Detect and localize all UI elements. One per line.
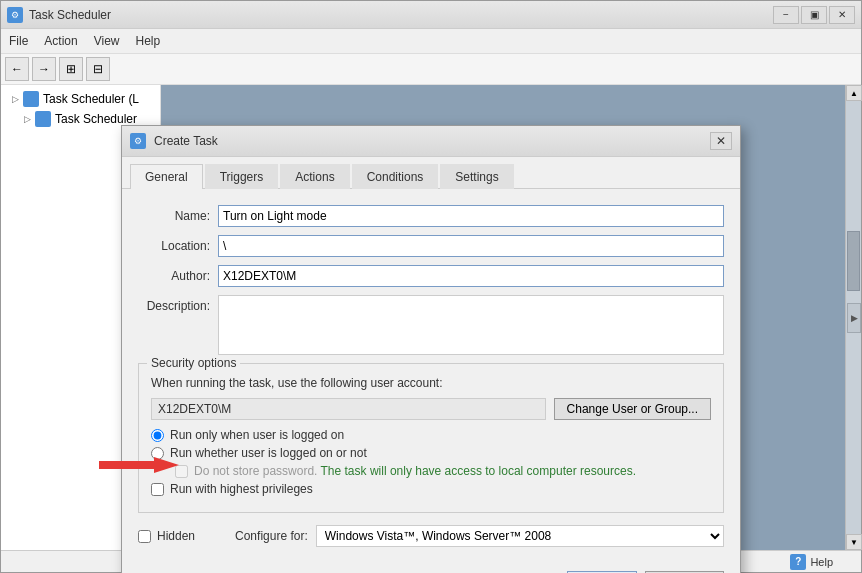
run-highest-label[interactable]: Run with highest privileges (170, 482, 313, 496)
radio-not-logged-on-row: Run whether user is logged on or not (151, 446, 711, 460)
when-running-label: When running the task, use the following… (151, 376, 711, 390)
help-label: Help (810, 556, 833, 568)
app-title: Task Scheduler (29, 8, 773, 22)
bottom-options-row: Hidden Configure for: Windows Vista™, Wi… (138, 525, 724, 547)
name-input[interactable] (218, 205, 724, 227)
dialog-title-bar: ⚙ Create Task ✕ (122, 126, 740, 157)
description-input[interactable] (218, 295, 724, 355)
tab-conditions[interactable]: Conditions (352, 164, 439, 189)
author-label: Author: (138, 269, 218, 283)
user-account-row: Change User or Group... (151, 398, 711, 420)
svg-marker-0 (99, 457, 179, 473)
configure-for-label: Configure for: (235, 529, 308, 543)
security-options-group: Security options When running the task, … (138, 363, 724, 513)
hidden-label[interactable]: Hidden (157, 529, 195, 543)
menu-help[interactable]: Help (128, 31, 169, 51)
collapse-button[interactable]: ⊟ (86, 57, 110, 81)
menu-view[interactable]: View (86, 31, 128, 51)
menu-bar: File Action View Help (1, 29, 861, 54)
security-group-legend: Security options (147, 356, 240, 370)
location-input[interactable] (218, 235, 724, 257)
run-highest-row: Run with highest privileges (151, 482, 711, 496)
tab-general[interactable]: General (130, 164, 203, 189)
create-task-dialog: ⚙ Create Task ✕ General Triggers Actions… (121, 125, 741, 573)
close-button[interactable]: ✕ (829, 6, 855, 24)
location-label: Location: (138, 239, 218, 253)
app-icon: ⚙ (7, 7, 23, 23)
do-not-store-row: Do not store password. The task will onl… (175, 464, 711, 478)
tab-actions[interactable]: Actions (280, 164, 349, 189)
dialog-close-button[interactable]: ✕ (710, 132, 732, 150)
menu-file[interactable]: File (1, 31, 36, 51)
modal-overlay: ⚙ Create Task ✕ General Triggers Actions… (1, 85, 861, 550)
radio-not-logged-on-label[interactable]: Run whether user is logged on or not (170, 446, 367, 460)
menu-action[interactable]: Action (36, 31, 85, 51)
help-section: ? Help (790, 554, 853, 570)
hidden-checkbox[interactable] (138, 530, 151, 543)
dialog-title: Create Task (154, 134, 710, 148)
red-arrow-indicator (99, 455, 179, 475)
author-input[interactable] (218, 265, 724, 287)
show-hide-button[interactable]: ⊞ (59, 57, 83, 81)
minimize-button[interactable]: − (773, 6, 799, 24)
task-scheduler-window: ⚙ Task Scheduler − ▣ ✕ File Action View … (0, 0, 862, 573)
location-row: Location: (138, 235, 724, 257)
name-row: Name: (138, 205, 724, 227)
title-bar: ⚙ Task Scheduler − ▣ ✕ (1, 1, 861, 29)
title-bar-buttons: − ▣ ✕ (773, 6, 855, 24)
dialog-body: Name: Location: Author: (122, 189, 740, 563)
forward-button[interactable]: → (32, 57, 56, 81)
main-area: ▷ Task Scheduler (L ▷ Task Scheduler ▲ ▼… (1, 85, 861, 550)
author-row: Author: (138, 265, 724, 287)
dialog-footer: OK Cancel (122, 563, 740, 573)
description-label: Description: (138, 295, 218, 313)
radio-logged-on[interactable] (151, 429, 164, 442)
toolbar: ← → ⊞ ⊟ (1, 54, 861, 85)
radio-logged-on-label[interactable]: Run only when user is logged on (170, 428, 344, 442)
configure-for-select[interactable]: Windows Vista™, Windows Server™ 2008 Win… (316, 525, 724, 547)
run-highest-checkbox[interactable] (151, 483, 164, 496)
description-row: Description: (138, 295, 724, 355)
tab-settings[interactable]: Settings (440, 164, 513, 189)
do-not-store-label: Do not store password. The task will onl… (194, 464, 636, 478)
radio-logged-on-row: Run only when user is logged on (151, 428, 711, 442)
maximize-button[interactable]: ▣ (801, 6, 827, 24)
name-label: Name: (138, 209, 218, 223)
back-button[interactable]: ← (5, 57, 29, 81)
dialog-tabs: General Triggers Actions Conditions Sett… (122, 157, 740, 189)
tab-triggers[interactable]: Triggers (205, 164, 279, 189)
dialog-title-icon: ⚙ (130, 133, 146, 149)
change-user-button[interactable]: Change User or Group... (554, 398, 711, 420)
user-account-input[interactable] (151, 398, 546, 420)
help-icon: ? (790, 554, 806, 570)
